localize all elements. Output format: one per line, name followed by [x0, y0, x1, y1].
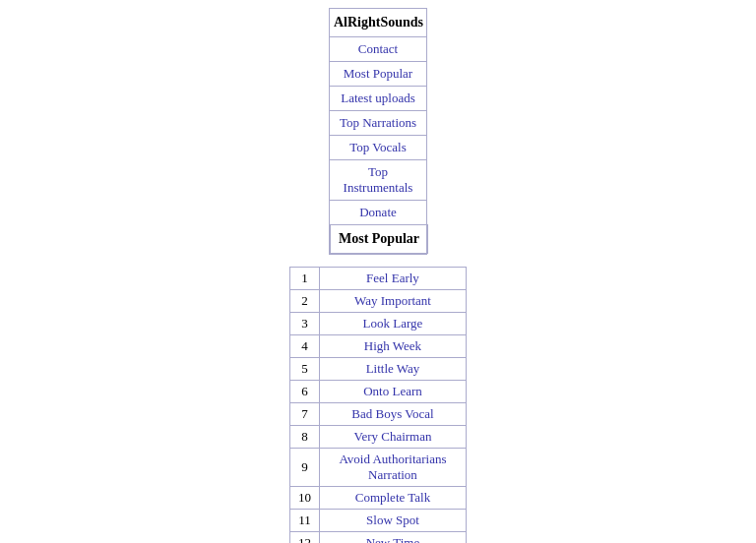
table-row: 7Bad Boys Vocal [290, 403, 467, 426]
track-cell: New Time [319, 532, 466, 544]
most-popular-nav-section: Most Popular [330, 224, 428, 254]
track-cell: Feel Early [319, 268, 466, 290]
nav-link-cell: Top Instrumentals [330, 160, 426, 201]
track-cell: Complete Talk [319, 487, 466, 510]
rank-cell: 10 [290, 487, 320, 510]
nav-link-cell: Top Vocals [330, 136, 426, 160]
track-link[interactable]: New Time [366, 535, 420, 543]
track-link[interactable]: Very Chairman [353, 429, 431, 444]
track-link[interactable]: Little Way [366, 361, 420, 376]
track-cell: Slow Spot [319, 510, 466, 532]
track-cell: Little Way [319, 358, 466, 381]
rank-cell: 9 [290, 449, 320, 487]
track-link[interactable]: Slow Spot [366, 513, 419, 527]
track-cell: Very Chairman [319, 426, 466, 449]
table-row: 6Onto Learn [290, 381, 467, 403]
site-title: AlRightSounds [330, 9, 426, 37]
table-row: 4High Week [290, 335, 467, 358]
nav-link-cell: Most Popular [330, 62, 426, 87]
rank-cell: 6 [290, 381, 320, 403]
rank-cell: 5 [290, 358, 320, 381]
most-popular-title: Most Popular [331, 225, 427, 253]
rank-cell: 4 [290, 335, 320, 358]
track-cell: Bad Boys Vocal [319, 403, 466, 426]
nav-link-cell: Top Narrations [330, 111, 426, 136]
nav-link-cell: Contact [330, 37, 426, 62]
table-row: 10Complete Talk [290, 487, 467, 510]
nav-link[interactable]: Contact [358, 41, 398, 56]
table-row: 3Look Large [290, 313, 467, 335]
track-link[interactable]: Way Important [354, 293, 431, 308]
track-link[interactable]: Bad Boys Vocal [351, 406, 433, 421]
nav-link[interactable]: Top Instrumentals [344, 164, 413, 195]
nav-box: AlRightSounds ContactMost PopularLatest … [329, 8, 427, 255]
nav-link[interactable]: Top Vocals [349, 140, 406, 154]
track-link[interactable]: Feel Early [366, 271, 419, 285]
track-cell: Look Large [319, 313, 466, 335]
track-link[interactable]: Look Large [363, 316, 423, 331]
track-cell: Way Important [319, 290, 466, 313]
track-cell: Avoid Authoritarians Narration [319, 449, 466, 487]
nav-link[interactable]: Latest uploads [341, 90, 414, 105]
table-row: 5Little Way [290, 358, 467, 381]
table-row: 2Way Important [290, 290, 467, 313]
track-cell: Onto Learn [319, 381, 466, 403]
rank-cell: 7 [290, 403, 320, 426]
track-link[interactable]: Complete Talk [355, 490, 430, 505]
nav-link-cell: Donate [330, 201, 426, 224]
table-row: 11Slow Spot [290, 510, 467, 532]
rank-cell: 1 [290, 268, 320, 290]
nav-link[interactable]: Donate [359, 205, 397, 219]
main-container: AlRightSounds ContactMost PopularLatest … [0, 8, 756, 543]
most-popular-table: 1Feel Early2Way Important3Look Large4Hig… [289, 267, 467, 543]
rank-cell: 8 [290, 426, 320, 449]
track-link[interactable]: Onto Learn [363, 384, 422, 398]
rank-cell: 12 [290, 532, 320, 544]
rank-cell: 2 [290, 290, 320, 313]
track-link[interactable]: Avoid Authoritarians Narration [339, 452, 446, 482]
rank-cell: 11 [290, 510, 320, 532]
table-row: 9Avoid Authoritarians Narration [290, 449, 467, 487]
nav-link-cell: Latest uploads [330, 87, 426, 111]
table-row: 1Feel Early [290, 268, 467, 290]
track-link[interactable]: High Week [364, 338, 421, 353]
rank-cell: 3 [290, 313, 320, 335]
track-cell: High Week [319, 335, 466, 358]
nav-link[interactable]: Most Popular [344, 66, 412, 81]
nav-link[interactable]: Top Narrations [340, 115, 416, 130]
table-row: 8Very Chairman [290, 426, 467, 449]
table-row: 12New Time [290, 532, 467, 544]
